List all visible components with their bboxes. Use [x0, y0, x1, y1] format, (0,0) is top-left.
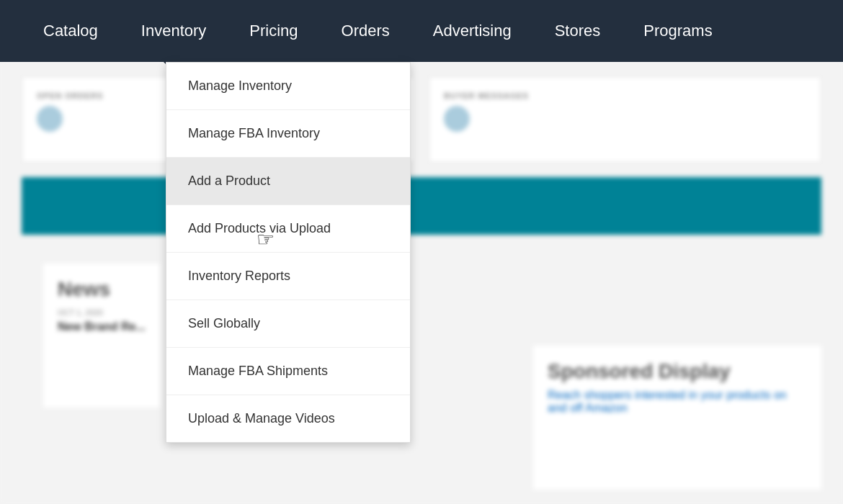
nav-pricing[interactable]: Pricing	[228, 0, 319, 62]
news-headline: New Brand Re...	[58, 320, 146, 333]
nav-advertising[interactable]: Advertising	[411, 0, 533, 62]
nav-catalog[interactable]: Catalog	[22, 0, 120, 62]
buyer-messages-icon	[444, 106, 470, 132]
dropdown-add-products-via-upload[interactable]: Add Products via Upload	[166, 205, 410, 253]
sponsored-text: Reach shoppers interested in your produc…	[548, 389, 807, 415]
dropdown-inventory-reports[interactable]: Inventory Reports	[166, 253, 410, 300]
dropdown-manage-fba-inventory[interactable]: Manage FBA Inventory	[166, 110, 410, 158]
top-nav: Catalog Inventory Pricing Orders Adverti…	[0, 0, 843, 62]
dashboard-cards: OPEN ORDERS BUYER MESSAGES	[0, 62, 843, 177]
inventory-dropdown: Manage Inventory Manage FBA Inventory Ad…	[166, 62, 411, 443]
buyer-messages-card: BUYER MESSAGES	[429, 76, 821, 163]
nav-programs[interactable]: Programs	[622, 0, 733, 62]
dropdown-manage-fba-shipments[interactable]: Manage FBA Shipments	[166, 348, 410, 395]
nav-stores[interactable]: Stores	[533, 0, 623, 62]
news-row: News OCT 1, 2020 New Brand Re... Sponsor…	[0, 235, 843, 436]
main-content: OPEN ORDERS BUYER MESSAGES News OCT 1, 2…	[0, 62, 843, 504]
open-orders-icon	[37, 106, 63, 132]
dropdown-add-a-product[interactable]: Add a Product	[166, 158, 410, 205]
sponsored-title: Sponsored Display	[548, 360, 807, 383]
nav-orders[interactable]: Orders	[320, 0, 411, 62]
nav-inventory[interactable]: Inventory	[120, 0, 228, 62]
buyer-messages-label: BUYER MESSAGES	[444, 91, 806, 100]
dropdown-manage-inventory[interactable]: Manage Inventory	[166, 63, 410, 110]
sponsored-section: Sponsored Display Reach shoppers interes…	[533, 346, 821, 490]
news-title: News	[58, 278, 146, 301]
teal-banner	[22, 177, 821, 235]
news-date: OCT 1, 2020	[58, 308, 146, 317]
dropdown-sell-globally[interactable]: Sell Globally	[166, 300, 410, 348]
dropdown-upload-manage-videos[interactable]: Upload & Manage Videos	[166, 395, 410, 442]
news-section: News OCT 1, 2020 New Brand Re...	[43, 264, 160, 408]
